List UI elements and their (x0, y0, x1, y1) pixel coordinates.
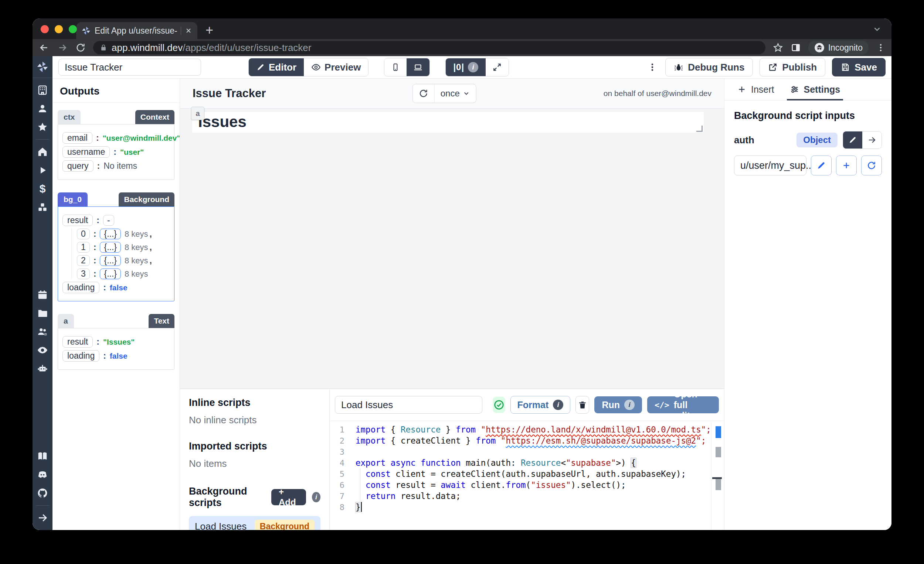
app-sidebar: $ (33, 56, 52, 530)
open-full-editor-button[interactable]: </> Open full editor (647, 396, 719, 413)
output-key[interactable]: query (63, 160, 93, 172)
home-icon[interactable] (37, 146, 48, 157)
code-token: } (460, 436, 476, 446)
minimize-window-button[interactable] (55, 25, 63, 33)
canvas-header: Issue Tracker once on behalf of user@win… (180, 79, 724, 109)
object-expander[interactable]: {...} (100, 269, 121, 279)
tab-close-icon[interactable] (185, 27, 192, 34)
output-key[interactable]: username (63, 146, 110, 158)
save-button[interactable]: Save (832, 58, 885, 76)
app-canvas[interactable]: a Issues (180, 109, 724, 389)
favorites-star-icon[interactable] (37, 121, 48, 133)
code-icon: </> (654, 400, 669, 410)
refresh-button[interactable] (413, 84, 434, 103)
run-button[interactable]: Runi (594, 396, 642, 413)
keys-count: 8 keys (124, 229, 148, 239)
script-name-input[interactable] (335, 396, 482, 414)
tab-search-chevron-icon[interactable] (872, 24, 882, 34)
schedules-calendar-icon[interactable] (37, 289, 48, 300)
windmill-logo[interactable] (33, 56, 52, 78)
resource-picker-input[interactable]: u/user/my_sup... (734, 156, 807, 175)
user-icon[interactable] (37, 103, 48, 114)
output-key[interactable]: email (63, 132, 92, 144)
static-mode-button[interactable] (843, 132, 862, 148)
array-index[interactable]: 1 (77, 242, 90, 253)
reload-icon[interactable] (75, 42, 86, 53)
code-editor-area[interactable]: 1import { Resource } from "https://deno.… (330, 421, 724, 530)
new-tab-button[interactable]: + (206, 24, 213, 37)
more-options-kebab-icon[interactable] (646, 63, 658, 72)
tab-divider (181, 27, 181, 35)
output-key[interactable]: loading (63, 350, 99, 362)
back-icon[interactable] (39, 42, 50, 53)
audit-eye-icon[interactable] (37, 345, 48, 356)
array-index[interactable]: 3 (77, 269, 90, 279)
publish-button[interactable]: Publish (759, 58, 825, 76)
object-expander[interactable]: {...} (100, 229, 121, 239)
resize-handle[interactable] (696, 126, 703, 132)
runs-play-icon[interactable] (37, 165, 48, 176)
workspace-icon[interactable] (37, 85, 48, 96)
array-index[interactable]: 0 (77, 229, 90, 239)
mobile-view-button[interactable] (384, 58, 406, 76)
debug-runs-button[interactable]: Debug Runs (665, 58, 753, 76)
collapse-sidebar-arrow-icon[interactable] (37, 512, 48, 524)
preview-tab[interactable]: Preview (304, 58, 368, 76)
code-token: result = (391, 480, 441, 490)
docs-book-icon[interactable] (37, 450, 48, 462)
variables-dollar-icon[interactable]: $ (37, 183, 48, 194)
refresh-mode-select[interactable]: once (434, 84, 476, 103)
background-script-item[interactable]: Load Issues Background (189, 516, 321, 530)
add-background-script-button[interactable]: + Add (271, 489, 306, 505)
desktop-view-button[interactable] (406, 58, 429, 76)
code-token: main(auth (460, 458, 510, 468)
component-handle[interactable]: a (191, 107, 204, 120)
phone-icon (391, 63, 400, 72)
side-panel-icon[interactable] (790, 42, 801, 53)
code-line: 7 return result.data; (330, 491, 724, 501)
editor-scrollbar[interactable] (711, 421, 724, 530)
close-window-button[interactable] (40, 25, 49, 33)
bookmark-star-icon[interactable] (773, 42, 783, 53)
browser-menu-icon[interactable] (876, 43, 885, 52)
resources-cubes-icon[interactable] (37, 202, 48, 213)
app-toolbar: Editor Preview |0| (52, 56, 891, 79)
fullscreen-button[interactable] (486, 58, 508, 76)
add-resource-button[interactable] (836, 156, 857, 175)
object-expander[interactable]: {...} (100, 242, 121, 253)
output-value: "user@windmill.dev" (103, 134, 180, 142)
scripts-list-panel: Inline scripts No inline scripts Importe… (180, 389, 330, 530)
forward-icon[interactable] (57, 42, 68, 53)
browser-tab-strip: Edit App u/user/issue-tracker + (33, 18, 891, 39)
folders-icon[interactable] (37, 308, 48, 319)
zoom-window-button[interactable] (69, 25, 77, 33)
browser-tab[interactable]: Edit App u/user/issue-tracker (76, 22, 197, 39)
type-badge: Object (796, 133, 837, 147)
output-key[interactable]: result (63, 336, 93, 347)
refresh-resource-button[interactable] (861, 156, 882, 175)
github-icon[interactable] (37, 488, 48, 499)
collapse-toggle[interactable]: - (103, 215, 114, 226)
format-button[interactable]: Formati (510, 396, 571, 414)
robot-icon[interactable] (37, 363, 48, 374)
inline-scripts-empty: No inline scripts (189, 414, 321, 426)
screen: Edit App u/user/issue-tracker + app.wind… (0, 0, 924, 564)
hide-panels-button[interactable]: |0| i (446, 58, 486, 76)
discord-icon[interactable] (37, 469, 48, 480)
text-component[interactable]: a Issues (192, 112, 704, 133)
tab-insert[interactable]: Insert (734, 79, 777, 100)
output-key[interactable]: result (63, 215, 93, 226)
lock-icon (100, 44, 107, 51)
delete-script-button[interactable] (576, 396, 589, 414)
groups-icon[interactable] (37, 326, 48, 337)
url-input[interactable]: app.windmill.dev/apps/edit/u/user/issue-… (93, 41, 765, 54)
editor-tab[interactable]: Editor (249, 58, 304, 76)
edit-resource-button[interactable] (811, 156, 832, 175)
rotate-cw-icon (867, 161, 876, 170)
app-name-input[interactable] (58, 59, 201, 76)
array-index[interactable]: 2 (77, 255, 90, 266)
output-key[interactable]: loading (63, 282, 99, 293)
object-expander[interactable]: {...} (100, 255, 121, 266)
connect-mode-button[interactable] (862, 132, 882, 148)
tab-settings[interactable]: Settings (787, 79, 843, 100)
